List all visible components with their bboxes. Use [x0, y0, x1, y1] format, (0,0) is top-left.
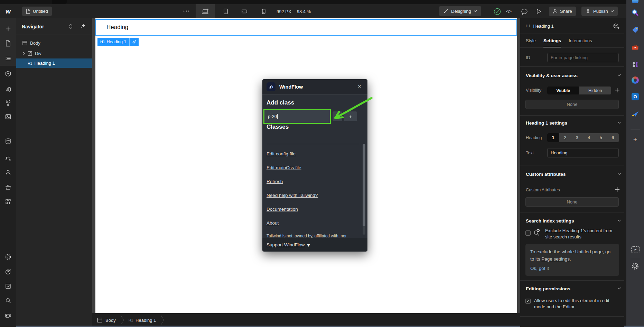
publish-dropdown[interactable]: Publish — [581, 7, 618, 16]
chevron-down-icon[interactable] — [617, 121, 621, 124]
link-about[interactable]: About — [267, 220, 358, 227]
ok-got-it-link[interactable]: Ok, got it — [530, 265, 614, 272]
style-panels-icon[interactable] — [4, 86, 12, 93]
mode-dropdown[interactable]: Designing — [439, 6, 481, 16]
exclude-search-checkbox[interactable] — [525, 230, 531, 236]
allow-edit-checkbox[interactable]: ✓ — [525, 299, 531, 304]
link-refresh[interactable]: Refresh — [267, 178, 358, 185]
heading-text-input[interactable]: Heading — [547, 148, 619, 157]
breadcrumb-item-heading[interactable]: Heading 1 — [136, 318, 156, 323]
logic-flow-icon[interactable] — [4, 155, 12, 162]
video-tutorials-icon[interactable] — [4, 312, 12, 319]
heading-element-text[interactable]: Heading — [106, 24, 128, 31]
code-export-icon[interactable]: </> — [506, 9, 511, 14]
heading-level-4[interactable]: 4 — [583, 133, 595, 142]
breakpoint-phone-portrait-icon[interactable] — [261, 8, 267, 15]
dialog-scrollbar-thumb[interactable] — [363, 144, 365, 226]
games-icon[interactable] — [631, 60, 639, 68]
element-settings-gear-icon[interactable] — [130, 38, 139, 46]
toolbox-icon[interactable] — [631, 43, 639, 51]
add-attribute-icon[interactable] — [615, 187, 620, 192]
breakpoint-tablet-icon[interactable] — [223, 8, 229, 15]
saved-check-icon[interactable] — [494, 8, 501, 15]
selected-heading-element[interactable]: Heading — [95, 19, 517, 36]
section-heading-settings-title[interactable]: Heading 1 settings — [526, 120, 567, 126]
section-visibility-title[interactable]: Visibility & user access — [526, 73, 578, 78]
nav-item-body[interactable]: Body — [16, 38, 92, 47]
more-options-icon[interactable] — [183, 8, 190, 14]
shopping-tag-icon[interactable] — [631, 26, 639, 34]
support-windflow-link[interactable]: Support WindFlow — [267, 242, 305, 247]
chevron-down-icon[interactable] — [617, 173, 621, 175]
preview-play-icon[interactable] — [536, 9, 542, 14]
section-custom-attributes-title[interactable]: Custom attributes — [526, 172, 566, 177]
nav-item-div[interactable]: Div — [16, 49, 92, 58]
heading-level-6[interactable]: 6 — [607, 133, 619, 142]
add-visibility-condition-icon[interactable] — [615, 88, 620, 93]
section-search-index-title[interactable]: Search index settings — [526, 218, 574, 224]
link-edit-maincss[interactable]: Edit mainCss file — [267, 164, 358, 171]
outlook-icon[interactable]: O — [632, 93, 639, 100]
chevron-down-icon[interactable] — [617, 287, 621, 290]
apps-icon[interactable] — [4, 198, 12, 205]
section-editing-permissions-title[interactable]: Editing permissions — [526, 286, 570, 291]
pages-icon[interactable] — [4, 40, 12, 47]
copilot-icon[interactable] — [632, 0, 638, 3]
components-icon[interactable] — [4, 70, 12, 78]
tab-settings[interactable]: Settings — [543, 34, 561, 47]
breadcrumb-item-body[interactable]: Body — [105, 318, 116, 323]
tab-style[interactable]: Style — [526, 34, 536, 47]
webflow-logo-icon[interactable]: w — [0, 4, 16, 18]
zoom-level-value[interactable]: 98.4 % — [297, 9, 311, 14]
class-input[interactable]: p-20 — [268, 114, 278, 119]
close-icon[interactable]: × — [356, 83, 363, 90]
search-icon[interactable] — [4, 297, 12, 304]
settings-gear-icon[interactable] — [631, 262, 639, 270]
pin-icon[interactable] — [80, 23, 86, 29]
add-sidebar-item-button[interactable]: + — [626, 136, 644, 144]
windflow-dialog-header[interactable]: WindFlow × — [262, 79, 367, 95]
chevron-down-icon[interactable] — [617, 219, 621, 222]
add-class-button[interactable]: + — [344, 111, 357, 121]
comments-icon[interactable] — [521, 8, 528, 15]
ecommerce-icon[interactable] — [4, 183, 12, 191]
users-icon[interactable] — [4, 169, 12, 176]
link-documentation[interactable]: Documentation — [267, 206, 358, 213]
selected-element-badge[interactable]: H1 Heading 1 — [97, 38, 139, 46]
microsoft-365-icon[interactable] — [632, 76, 639, 84]
tab-interactions[interactable]: Interactions — [569, 34, 592, 47]
nav-item-heading-selected[interactable]: H1 Heading 1 — [16, 58, 92, 68]
heading-level-5[interactable]: 5 — [595, 133, 607, 142]
link-edit-config[interactable]: Edit config file — [267, 151, 358, 157]
add-element-icon[interactable] — [4, 25, 12, 33]
audit-checklist-icon[interactable] — [4, 283, 12, 290]
cms-database-icon[interactable] — [4, 138, 12, 145]
id-input[interactable] — [551, 55, 618, 60]
site-settings-gear-icon[interactable] — [4, 253, 12, 261]
visibility-option-visible[interactable]: Visible — [547, 87, 579, 94]
paper-plane-icon[interactable] — [631, 110, 639, 118]
share-button[interactable]: Share — [549, 7, 576, 16]
page-tab-untitled[interactable]: Untitled — [22, 7, 52, 16]
heading-level-2[interactable]: 2 — [559, 133, 571, 142]
page-settings-link[interactable]: Page settings — [541, 256, 570, 262]
collapse-expand-icon[interactable] — [69, 24, 73, 29]
heading-level-1[interactable]: 1 — [547, 133, 559, 142]
class-action-button[interactable] — [333, 111, 342, 121]
search-icon[interactable] — [631, 9, 639, 17]
expand-chevron-icon[interactable] — [22, 52, 25, 55]
variables-drops-icon[interactable] — [4, 100, 12, 107]
navigator-icon[interactable] — [4, 55, 12, 62]
search-index-infobox: To exclude the whole Untitled page, go t… — [525, 244, 619, 276]
breakpoint-desktop-selected[interactable] — [196, 4, 215, 18]
help-icon[interactable] — [4, 268, 12, 275]
link-tailwind-help[interactable]: Need help with Tailwind? — [267, 192, 358, 199]
screenshot-snip-icon[interactable]: ✂ — [631, 246, 640, 253]
heading-level-3[interactable]: 3 — [571, 133, 583, 142]
create-component-icon[interactable] — [613, 23, 620, 29]
canvas-width-value[interactable]: 992 PX — [277, 9, 291, 14]
breakpoint-phone-landscape-icon[interactable] — [241, 8, 248, 15]
chevron-down-icon[interactable] — [617, 74, 621, 77]
visibility-option-hidden[interactable]: Hidden — [579, 87, 612, 94]
assets-icon[interactable] — [4, 113, 12, 120]
